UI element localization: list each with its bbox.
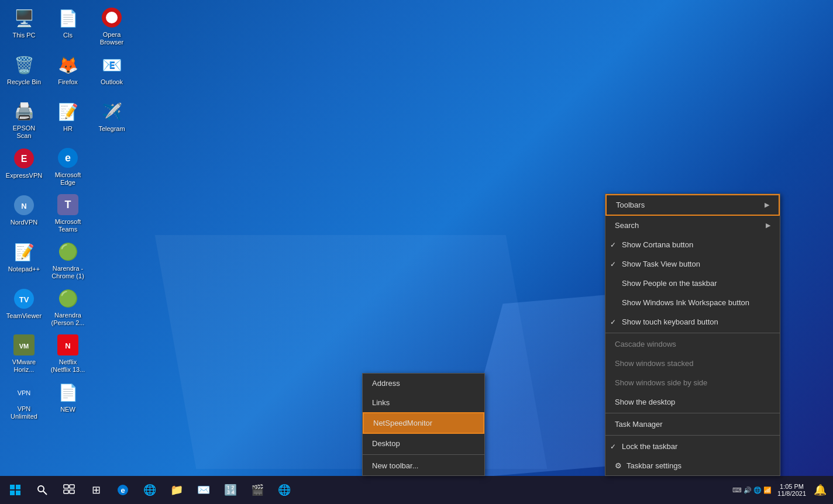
icon-narendra-chrome1[interactable]: 🟢 Narendra - Chrome (1) — [47, 237, 89, 284]
opera-label: Opera Browser — [93, 31, 130, 46]
menu-divider-1 — [605, 333, 780, 333]
expressvpn-icon: E — [12, 147, 36, 170]
edge-taskbar-button[interactable]: e — [110, 477, 136, 503]
svg-line-23 — [43, 491, 47, 495]
toolbar-address-item[interactable]: Address — [363, 374, 484, 393]
icon-expressvpn[interactable]: E ExpressVPN — [3, 143, 45, 190]
touch-check-icon: ✓ — [610, 318, 616, 326]
netflix-label: Netflix (Netflix 13... — [49, 358, 87, 374]
show-windows-side-by-side-item: Show windows side by side — [605, 373, 780, 392]
icon-new[interactable]: 📄 NEW — [47, 377, 89, 424]
cls-icon: 📄 — [56, 6, 80, 30]
lock-taskbar-item[interactable]: ✓ Lock the taskbar — [605, 437, 780, 456]
svg-text:e: e — [65, 152, 71, 164]
taskbar-settings-item[interactable]: ⚙ Taskbar settings — [605, 456, 780, 475]
recycle-bin-label: Recycle Bin — [7, 78, 41, 86]
icon-telegram[interactable]: ✈️ Telegram — [91, 96, 133, 143]
outlook-label: Outlook — [101, 78, 123, 86]
task-view-check-icon: ✓ — [610, 260, 616, 268]
svg-text:e: e — [121, 486, 125, 495]
svg-rect-25 — [70, 485, 74, 488]
telegram-icon: ✈️ — [100, 100, 123, 123]
widgets-button[interactable]: ⊞ — [83, 477, 109, 503]
show-ink-item[interactable]: Show Windows Ink Workspace button — [605, 293, 780, 312]
cascade-windows-label: Cascade windows — [615, 340, 676, 348]
svg-text:TV: TV — [19, 295, 29, 304]
telegram-label: Telegram — [98, 125, 125, 133]
show-touch-item[interactable]: ✓ Show touch keyboard button — [605, 312, 780, 332]
microsoft-teams-icon: T — [56, 194, 80, 216]
svg-rect-18 — [10, 485, 15, 489]
toolbar-desktop-item[interactable]: Desktop — [363, 434, 484, 453]
svg-text:VM: VM — [19, 343, 29, 350]
notification-button[interactable]: 🔔 — [812, 477, 828, 503]
narendra-chrome1-icon: 🟢 — [56, 240, 80, 263]
show-cortana-item[interactable]: ✓ Show Cortana button — [605, 235, 780, 254]
icon-outlook[interactable]: 📧 Outlook — [91, 50, 133, 96]
icon-netflix[interactable]: N Netflix (Netflix 13... — [47, 330, 89, 377]
toolbar-address-label: Address — [372, 379, 400, 388]
microsoft-edge-icon: e — [56, 147, 80, 170]
icon-microsoft-teams[interactable]: T Microsoft Teams — [47, 190, 89, 237]
toolbars-menu-item[interactable]: Toolbars ▶ — [605, 194, 780, 216]
icon-epson-scan[interactable]: 🖨️ EPSON Scan — [3, 96, 45, 143]
taskbar-clock[interactable]: 1:05 PM 11/8/2021 — [774, 483, 810, 497]
calculator-button[interactable]: 🔢 — [218, 477, 243, 503]
icon-recycle-bin[interactable]: 🗑️ Recycle Bin — [3, 50, 45, 96]
svg-text:N: N — [21, 202, 26, 210]
search-menu-item[interactable]: Search ▶ — [605, 216, 780, 235]
vpn-unlimited-label: VPN Unlimited — [5, 405, 43, 420]
netflix-icon: N — [56, 334, 80, 357]
taskbar: ⊞ e 🌐 📁 ✉️ 🔢 🎬 🌐 ⌨ 🔊 🌐 📶 1:05 PM 11/8/20… — [0, 476, 833, 504]
icon-cls[interactable]: 📄 Cls — [47, 3, 89, 50]
clock-time: 1:05 PM — [777, 483, 806, 490]
notepadpp-label: Notepad++ — [8, 265, 40, 273]
task-view-button[interactable] — [56, 477, 82, 503]
icon-nordvpn[interactable]: N NordVPN — [3, 190, 45, 237]
toolbar-divider — [363, 454, 484, 455]
cls-label: Cls — [63, 32, 73, 39]
start-button[interactable] — [2, 477, 28, 503]
toolbar-links-item[interactable]: Links — [363, 393, 484, 412]
epson-scan-icon: 🖨️ — [12, 100, 36, 123]
svg-text:T: T — [65, 199, 71, 210]
mail-button[interactable]: ✉️ — [191, 477, 216, 503]
show-ink-label: Show Windows Ink Workspace button — [622, 298, 749, 307]
show-desktop-item[interactable]: Show the desktop — [605, 392, 780, 412]
show-windows-side-by-side-label: Show windows side by side — [615, 378, 707, 387]
icon-narendra-person2[interactable]: 🟢 Narendra (Person 2... — [47, 284, 89, 330]
toolbars-submenu: Address Links NetSpeedMonitor Desktop Ne… — [362, 373, 485, 476]
taskbar-right-area: ⌨ 🔊 🌐 📶 1:05 PM 11/8/2021 🔔 — [732, 477, 831, 503]
narendra-chrome1-label: Narendra - Chrome (1) — [49, 265, 87, 280]
media-button[interactable]: 🎬 — [245, 477, 270, 503]
icon-hr[interactable]: 📝 HR — [47, 96, 89, 143]
show-task-view-label: Show Task View button — [622, 260, 700, 268]
icon-vmware[interactable]: VM VMware Horiz... — [3, 330, 45, 377]
menu-divider-3 — [605, 435, 780, 436]
show-task-view-item[interactable]: ✓ Show Task View button — [605, 254, 780, 274]
icon-this-pc[interactable]: 🖥️ This PC — [3, 3, 45, 50]
show-people-item[interactable]: Show People on the taskbar — [605, 274, 780, 293]
show-desktop-label: Show the desktop — [615, 398, 675, 406]
task-manager-item[interactable]: Task Manager — [605, 415, 780, 434]
new-icon: 📄 — [56, 381, 80, 404]
this-pc-label: This PC — [12, 32, 35, 39]
icon-microsoft-edge[interactable]: e Microsoft Edge — [47, 143, 89, 190]
icon-opera[interactable]: Opera Browser — [91, 3, 133, 50]
svg-rect-26 — [64, 490, 68, 493]
firefox-label: Firefox — [58, 78, 78, 86]
chrome-taskbar-button[interactable]: 🌐 — [271, 477, 297, 503]
file-explorer-button[interactable]: 📁 — [164, 477, 190, 503]
main-context-menu: Toolbars ▶ Search ▶ ✓ Show Cortana butto… — [605, 194, 780, 476]
icon-teamviewer[interactable]: TV TeamViewer — [3, 284, 45, 330]
svg-text:E: E — [21, 154, 27, 164]
recycle-bin-icon: 🗑️ — [12, 53, 36, 77]
icon-vpn-unlimited[interactable]: VPN VPN Unlimited — [3, 377, 45, 424]
icon-firefox[interactable]: 🦊 Firefox — [47, 50, 89, 96]
icon-notepadpp[interactable]: 📝 Notepad++ — [3, 237, 45, 284]
toolbar-new-toolbar-label: New toolbar... — [372, 461, 419, 470]
search-button[interactable] — [29, 477, 55, 503]
toolbar-new-toolbar-item[interactable]: New toolbar... — [363, 456, 484, 475]
toolbar-netspeedmonitor-item[interactable]: NetSpeedMonitor — [363, 412, 484, 434]
taskbar-icon-2[interactable]: 🌐 — [137, 477, 163, 503]
